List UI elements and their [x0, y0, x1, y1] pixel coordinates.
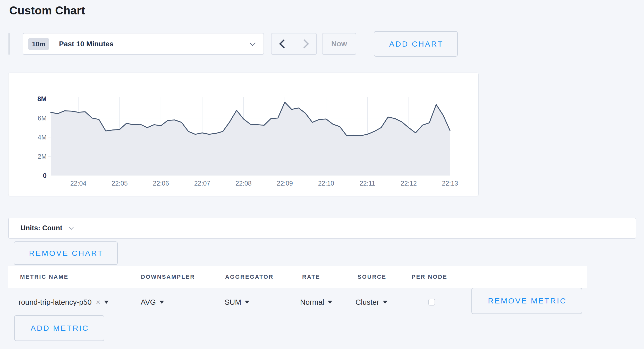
units-label: Units: Count: [21, 224, 62, 232]
svg-text:4M: 4M: [38, 134, 47, 141]
caret-down-icon: [104, 301, 109, 304]
remove-chart-button[interactable]: REMOVE CHART: [14, 241, 118, 265]
svg-text:2M: 2M: [38, 153, 47, 160]
time-back-button[interactable]: [272, 33, 294, 54]
svg-text:22:12: 22:12: [401, 180, 417, 187]
chart-card: 8M6M4M2M022:0422:0522:0622:0722:0822:092…: [8, 73, 479, 196]
add-chart-button[interactable]: ADD CHART: [374, 31, 458, 57]
svg-text:22:07: 22:07: [194, 180, 210, 187]
svg-text:0: 0: [43, 172, 47, 179]
time-forward-button[interactable]: [294, 33, 316, 54]
time-range-accent-bar: [9, 33, 10, 55]
metric-name-value: round-trip-latency-p50: [19, 298, 92, 307]
svg-text:22:05: 22:05: [112, 180, 128, 187]
add-metric-button[interactable]: ADD METRIC: [14, 315, 104, 341]
units-dropdown[interactable]: Units: Count: [8, 218, 636, 239]
svg-text:8M: 8M: [37, 95, 47, 103]
header-per-node: PER NODE: [412, 266, 447, 288]
chevron-down-icon: [250, 40, 256, 46]
svg-text:22:04: 22:04: [70, 180, 87, 187]
caret-down-icon: [159, 301, 164, 304]
time-range-dropdown[interactable]: 10m Past 10 Minutes: [23, 33, 264, 55]
clear-metric-icon[interactable]: ×: [96, 298, 100, 306]
downsampler-value: AVG: [141, 298, 156, 307]
time-nav-group: [271, 33, 317, 55]
header-rate: RATE: [302, 266, 320, 288]
metric-row: round-trip-latency-p50 × AVG SUM Normal …: [8, 288, 587, 317]
header-metric-name: METRIC NAME: [20, 266, 69, 288]
caret-down-icon: [245, 301, 249, 304]
downsampler-dropdown[interactable]: AVG: [141, 288, 164, 317]
page-title: Custom Chart: [9, 4, 85, 17]
header-source: SOURCE: [358, 266, 386, 288]
now-button[interactable]: Now: [322, 33, 356, 55]
aggregator-value: SUM: [225, 298, 241, 307]
svg-text:22:09: 22:09: [277, 180, 293, 187]
header-downsampler: DOWNSAMPLER: [141, 266, 195, 288]
svg-text:6M: 6M: [38, 115, 47, 122]
svg-text:22:06: 22:06: [153, 180, 169, 187]
rate-dropdown[interactable]: Normal: [300, 288, 332, 317]
source-value: Cluster: [355, 298, 379, 307]
svg-text:22:10: 22:10: [318, 180, 334, 187]
svg-text:22:13: 22:13: [442, 180, 458, 187]
rate-value: Normal: [300, 298, 324, 307]
metrics-table-header: METRIC NAME DOWNSAMPLER AGGREGATOR RATE …: [8, 266, 587, 288]
chevron-left-icon: [279, 39, 288, 48]
aggregator-dropdown[interactable]: SUM: [225, 288, 249, 317]
remove-metric-button[interactable]: REMOVE METRIC: [471, 288, 582, 314]
source-dropdown[interactable]: Cluster: [355, 288, 387, 317]
caret-down-icon: [328, 301, 332, 304]
header-aggregator: AGGREGATOR: [225, 266, 274, 288]
chevron-right-icon: [300, 39, 309, 48]
per-node-checkbox[interactable]: [428, 299, 435, 306]
chevron-down-icon: [69, 225, 73, 230]
metric-name-dropdown[interactable]: round-trip-latency-p50 ×: [19, 288, 109, 317]
svg-text:22:11: 22:11: [360, 180, 375, 187]
custom-chart-plot[interactable]: 8M6M4M2M022:0422:0522:0622:0722:0822:092…: [9, 73, 478, 196]
time-range-label: Past 10 Minutes: [59, 40, 114, 48]
caret-down-icon: [383, 301, 387, 304]
time-range-badge: 10m: [28, 38, 49, 50]
svg-text:22:08: 22:08: [235, 180, 252, 187]
